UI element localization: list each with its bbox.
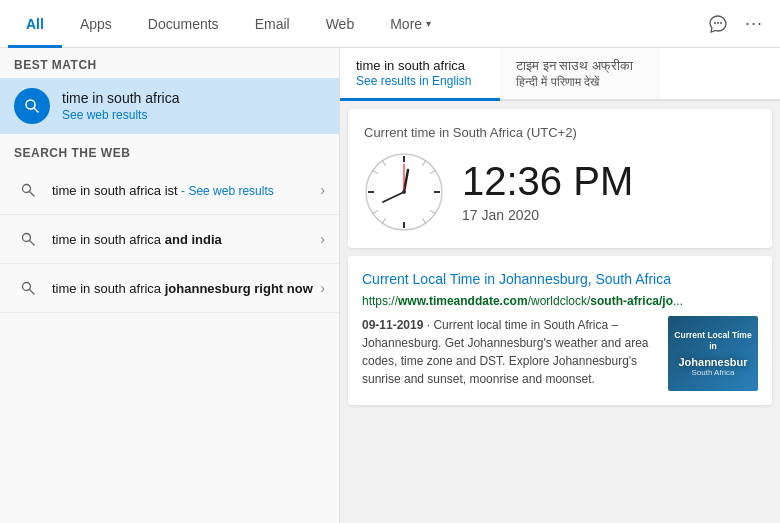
suggestion-arrow-1: › bbox=[320, 182, 325, 198]
suggestion-item-2[interactable]: time in south africa and india › bbox=[0, 215, 339, 264]
thumb-title: Current Local Time in bbox=[672, 330, 754, 352]
clock-time: 12:36 PM bbox=[462, 161, 633, 201]
url-suffix: /worldclock/ bbox=[528, 294, 591, 308]
svg-line-8 bbox=[30, 241, 35, 246]
tab-web[interactable]: Web bbox=[308, 0, 373, 48]
url-bold1: www.timeanddate.com bbox=[398, 294, 528, 308]
left-panel: Best match time in south africa See web … bbox=[0, 48, 340, 523]
result-thumbnail: Current Local Time in Johannesbur South … bbox=[668, 316, 758, 391]
ellipsis-icon: ··· bbox=[745, 13, 763, 34]
suggestion-text-2: time in south africa and india bbox=[52, 232, 316, 247]
thumb-subtitle: South Africa bbox=[691, 368, 734, 377]
best-match-text: time in south africa See web results bbox=[62, 90, 180, 122]
url-bold2: south-africa/jo bbox=[590, 294, 673, 308]
more-options-button[interactable]: ··· bbox=[736, 6, 772, 42]
suggestion-bold-2: and india bbox=[165, 232, 222, 247]
suggestion-text-3: time in south africa johannesburg right … bbox=[52, 281, 316, 296]
tab-email[interactable]: Email bbox=[237, 0, 308, 48]
web-result-card: Current Local Time in Johannesburg, Sout… bbox=[348, 256, 772, 405]
url-prefix: https:// bbox=[362, 294, 398, 308]
tab-all[interactable]: All bbox=[8, 0, 62, 48]
clock-card: Current time in South Africa (UTC+2) bbox=[348, 109, 772, 248]
best-match-title: time in south africa bbox=[62, 90, 180, 106]
tab-english-title: time in south africa bbox=[356, 58, 484, 73]
result-date-snippet: 09-11-2019 bbox=[362, 318, 423, 332]
right-panel: time in south africa See results in Engl… bbox=[340, 48, 780, 523]
suggestion-plain-1: time in south africa ist bbox=[52, 183, 178, 198]
best-match-subtitle[interactable]: See web results bbox=[62, 108, 180, 122]
main-content: Best match time in south africa See web … bbox=[0, 48, 780, 523]
tab-more[interactable]: More ▾ bbox=[372, 0, 449, 48]
suggestion-search-icon-2 bbox=[14, 225, 42, 253]
svg-point-27 bbox=[402, 190, 406, 194]
svg-point-0 bbox=[714, 22, 716, 24]
suggestion-search-icon-3 bbox=[14, 274, 42, 302]
clock-date: 17 Jan 2020 bbox=[462, 207, 633, 223]
svg-line-6 bbox=[30, 192, 35, 197]
suggestion-item-1[interactable]: time in south africa ist - See web resul… bbox=[0, 166, 339, 215]
suggestion-text-1: time in south africa ist - See web resul… bbox=[52, 183, 316, 198]
clock-face-svg bbox=[364, 152, 444, 232]
svg-point-1 bbox=[717, 22, 719, 24]
tab-hindi-title: टाइम इन साउथ अफ्रीका bbox=[516, 58, 644, 74]
best-match-item[interactable]: time in south africa See web results bbox=[0, 78, 339, 134]
tab-documents[interactable]: Documents bbox=[130, 0, 237, 48]
suggestion-plain-2: time in south africa bbox=[52, 232, 165, 247]
suggestion-item-3[interactable]: time in south africa johannesburg right … bbox=[0, 264, 339, 313]
feedback-icon bbox=[709, 15, 727, 33]
result-body: 09-11-2019 · Current local time in South… bbox=[362, 316, 758, 391]
best-match-icon bbox=[14, 88, 50, 124]
thumb-highlight: Johannesbur bbox=[678, 356, 747, 368]
clock-time-block: 12:36 PM 17 Jan 2020 bbox=[462, 161, 633, 223]
result-tabs-row: time in south africa See results in Engl… bbox=[340, 48, 780, 101]
suggestion-arrow-2: › bbox=[320, 231, 325, 247]
suggestion-plain-3: time in south africa bbox=[52, 281, 165, 296]
url-ellipsis: ... bbox=[673, 294, 683, 308]
svg-point-2 bbox=[720, 22, 722, 24]
svg-line-4 bbox=[34, 108, 38, 112]
clock-card-title: Current time in South Africa (UTC+2) bbox=[364, 125, 756, 140]
clock-display: 12:36 PM 17 Jan 2020 bbox=[364, 152, 756, 232]
result-url: https://www.timeanddate.com/worldclock/s… bbox=[362, 294, 758, 308]
nav-bar: All Apps Documents Email Web More ▾ ··· bbox=[0, 0, 780, 48]
result-tab-english[interactable]: time in south africa See results in Engl… bbox=[340, 48, 500, 101]
tab-hindi-sublabel: हिन्दी में परिणाम देखें bbox=[516, 75, 644, 89]
tab-english-sublabel: See results in English bbox=[356, 74, 484, 88]
tab-apps[interactable]: Apps bbox=[62, 0, 130, 48]
svg-line-10 bbox=[30, 290, 35, 295]
result-description: 09-11-2019 · Current local time in South… bbox=[362, 316, 658, 391]
feedback-button[interactable] bbox=[700, 6, 736, 42]
result-tab-hindi[interactable]: टाइम इन साउथ अफ्रीका हिन्दी में परिणाम द… bbox=[500, 48, 660, 99]
search-web-label: Search the web bbox=[0, 134, 339, 166]
result-title[interactable]: Current Local Time in Johannesburg, Sout… bbox=[362, 270, 758, 290]
suggestion-link-1: - See web results bbox=[178, 184, 274, 198]
suggestion-bold-3: johannesburg right now bbox=[165, 281, 313, 296]
more-chevron-icon: ▾ bbox=[426, 18, 431, 29]
suggestion-search-icon-1 bbox=[14, 176, 42, 204]
suggestion-arrow-3: › bbox=[320, 280, 325, 296]
best-match-label: Best match bbox=[0, 48, 339, 78]
